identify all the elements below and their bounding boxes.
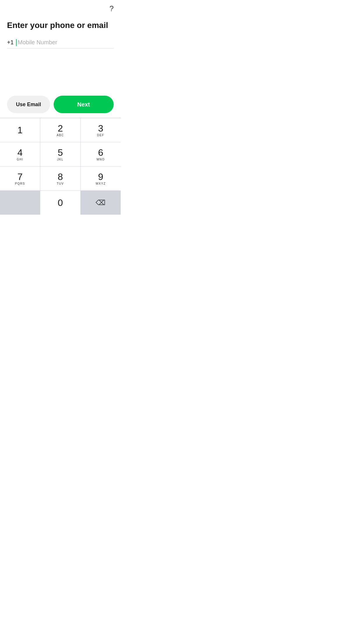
key-letters-label: WXYZ	[96, 182, 106, 185]
key-number-label: 9	[98, 172, 103, 181]
use-email-button[interactable]: Use Email	[7, 96, 50, 113]
key-number-label: 6	[98, 148, 103, 157]
key-letters-label: MNO	[96, 158, 105, 161]
key-number-label: 7	[17, 172, 23, 181]
action-buttons: Use Email Next	[0, 91, 121, 118]
key-empty	[0, 191, 40, 215]
key-number-label: 4	[17, 148, 23, 157]
key-number-label: 3	[98, 124, 103, 133]
phone-placeholder: Mobile Number	[18, 39, 57, 46]
key-0[interactable]: 0	[40, 191, 80, 215]
page-title: Enter your phone or email	[7, 20, 114, 30]
key-4[interactable]: 4GHI	[0, 142, 40, 166]
key-letters-label: TUV	[57, 182, 64, 185]
key-letters-label: JKL	[57, 158, 64, 161]
key-letters-label: DEF	[97, 134, 104, 137]
phone-input-row[interactable]: +1 Mobile Number	[7, 39, 114, 49]
key-number-label: 8	[58, 172, 63, 181]
country-code: +1	[7, 39, 14, 46]
keypad: 12ABC3DEF4GHI5JKL6MNO7PQRS8TUV9WXYZ0⌫	[0, 118, 121, 215]
key-8[interactable]: 8TUV	[40, 167, 80, 190]
backspace-icon: ⌫	[96, 199, 106, 207]
screen: ? Enter your phone or email +1 Mobile Nu…	[0, 0, 121, 215]
key-number-label: 2	[58, 124, 63, 133]
help-button[interactable]: ?	[110, 5, 114, 12]
key-6[interactable]: 6MNO	[81, 142, 121, 166]
backspace-key[interactable]: ⌫	[81, 191, 121, 215]
key-3[interactable]: 3DEF	[81, 118, 121, 142]
key-2[interactable]: 2ABC	[40, 118, 80, 142]
key-7[interactable]: 7PQRS	[0, 167, 40, 190]
key-letters-label: GHI	[17, 158, 23, 161]
key-number-label: 5	[58, 148, 63, 157]
key-9[interactable]: 9WXYZ	[81, 167, 121, 190]
next-button[interactable]: Next	[54, 96, 114, 113]
top-area: ? Enter your phone or email +1 Mobile Nu…	[0, 0, 121, 91]
text-cursor	[16, 39, 17, 46]
key-1[interactable]: 1	[0, 118, 40, 142]
key-number-label: 1	[17, 125, 23, 135]
key-letters-label: PQRS	[15, 182, 25, 185]
key-5[interactable]: 5JKL	[40, 142, 80, 166]
key-number-label: 0	[58, 198, 63, 207]
key-letters-label: ABC	[57, 134, 64, 137]
